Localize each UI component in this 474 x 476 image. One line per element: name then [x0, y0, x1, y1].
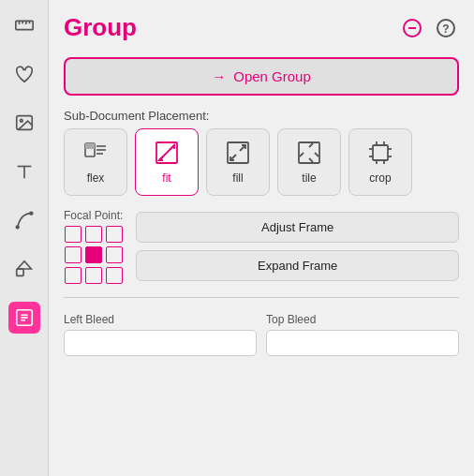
focal-dot-2-2[interactable] — [106, 267, 123, 284]
divider — [64, 297, 459, 298]
focal-dot-1-0[interactable] — [65, 246, 81, 263]
placement-flex[interactable]: flex — [64, 128, 127, 196]
svg-point-9 — [16, 226, 19, 229]
sidebar-item-heart[interactable] — [8, 58, 40, 90]
frame-buttons: Adjust Frame Expand Frame — [136, 212, 459, 281]
focal-dot-0-0[interactable] — [65, 226, 81, 243]
help-button[interactable]: ? — [433, 15, 459, 41]
top-bleed-label: Top Bleed — [266, 313, 459, 326]
placement-fill[interactable]: fill — [206, 128, 270, 196]
focal-label: Focal Point: — [64, 209, 123, 222]
svg-line-28 — [159, 153, 167, 160]
placement-fit-label: fit — [162, 171, 170, 185]
sidebar-item-contacts[interactable] — [8, 302, 40, 334]
minimize-button[interactable] — [399, 15, 425, 41]
focal-adjust-row: Focal Point: Adjust Frame Expand Frame — [64, 209, 459, 284]
subdoc-placement-section: Sub-Document Placement: flex — [64, 109, 459, 196]
placement-crop[interactable]: crop — [348, 128, 412, 196]
svg-text:?: ? — [442, 22, 449, 35]
svg-point-10 — [29, 212, 32, 215]
focal-point-section: Focal Point: — [64, 209, 123, 284]
panel-header: Group ? — [64, 13, 459, 42]
svg-rect-22 — [85, 143, 95, 149]
placement-crop-label: crop — [369, 171, 391, 185]
header-actions: ? — [399, 15, 459, 41]
sidebar-item-text[interactable] — [8, 156, 40, 187]
focal-dot-1-2[interactable] — [106, 246, 123, 263]
svg-rect-31 — [373, 145, 388, 160]
focal-dot-1-1[interactable] — [85, 246, 102, 263]
top-bleed-field: Top Bleed — [266, 313, 459, 356]
placement-fit[interactable]: fit — [135, 128, 199, 196]
sidebar-item-shapes[interactable] — [8, 253, 40, 285]
sidebar-item-ruler[interactable] — [8, 9, 40, 41]
sidebar — [0, 0, 49, 476]
main-panel: Group ? → Open Group Sub-Document Placem… — [49, 0, 474, 476]
svg-rect-0 — [15, 21, 32, 29]
sidebar-item-image[interactable] — [8, 107, 40, 139]
svg-marker-12 — [17, 261, 31, 269]
svg-rect-30 — [299, 142, 319, 163]
left-bleed-input[interactable] — [64, 330, 257, 356]
svg-point-6 — [20, 119, 22, 122]
sidebar-item-pen[interactable] — [8, 204, 40, 236]
top-bleed-input[interactable] — [266, 330, 459, 356]
focal-grid — [65, 226, 123, 284]
left-bleed-label: Left Bleed — [64, 313, 257, 326]
placement-options: flex fit — [64, 128, 459, 196]
expand-frame-button[interactable]: Expand Frame — [136, 250, 459, 281]
focal-dot-0-1[interactable] — [85, 226, 102, 243]
panel-title: Group — [64, 13, 137, 42]
bleed-section: Left Bleed Top Bleed — [64, 313, 459, 356]
open-group-button[interactable]: → Open Group — [64, 57, 459, 96]
focal-dot-2-1[interactable] — [85, 267, 102, 284]
placement-fill-label: fill — [232, 171, 243, 185]
svg-line-27 — [167, 145, 174, 153]
subdoc-label: Sub-Document Placement: — [64, 109, 459, 123]
open-group-label: Open Group — [233, 68, 311, 84]
focal-dot-2-0[interactable] — [65, 267, 81, 284]
open-group-arrow: → — [212, 68, 226, 84]
svg-rect-11 — [16, 269, 22, 275]
placement-tile-label: tile — [302, 171, 316, 185]
placement-flex-label: flex — [87, 171, 105, 185]
adjust-frame-button[interactable]: Adjust Frame — [136, 212, 459, 243]
focal-dot-0-2[interactable] — [106, 226, 123, 243]
placement-tile[interactable]: tile — [277, 128, 341, 196]
left-bleed-field: Left Bleed — [64, 313, 257, 356]
